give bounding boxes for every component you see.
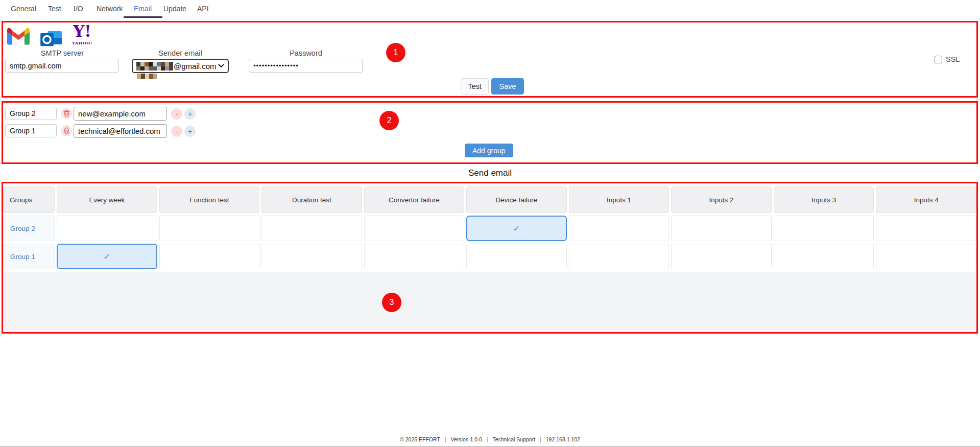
trash-icon <box>63 127 70 134</box>
schedule-cell[interactable] <box>876 244 976 269</box>
schedule-table: Groups Every week Function test Duration… <box>3 186 976 269</box>
redacted-email-mosaic <box>136 62 173 70</box>
nav-tab-update[interactable]: Update <box>163 5 186 13</box>
column-header-inputs-3: Inputs 3 <box>774 186 874 213</box>
nav-tab-test[interactable]: Test <box>48 5 61 13</box>
password-label: Password <box>247 49 365 57</box>
footer-ip-address: 192.168.1.102 <box>546 436 580 442</box>
ssl-option: SSL <box>935 55 960 63</box>
nav-tab-general[interactable]: General <box>11 5 36 13</box>
add-email-button[interactable]: + <box>184 108 196 120</box>
schedule-cell[interactable] <box>569 216 670 241</box>
send-email-section: Groups Every week Function test Duration… <box>2 182 978 334</box>
group-row: - + <box>3 107 976 121</box>
column-header-function-test: Function test <box>159 186 260 213</box>
footer-version: Version 1.0.0 <box>451 436 482 442</box>
ssl-checkbox[interactable] <box>935 56 942 63</box>
group-email-input[interactable] <box>74 124 167 138</box>
remove-email-button[interactable]: - <box>171 126 182 137</box>
remove-email-button[interactable]: - <box>171 108 182 120</box>
outlook-icon[interactable] <box>40 30 63 49</box>
footer-separator: | <box>445 436 446 442</box>
column-header-duration-test: Duration test <box>261 186 362 213</box>
schedule-cell[interactable] <box>57 216 157 241</box>
schedule-cell[interactable] <box>364 216 465 241</box>
schedule-cell-group1-every-week[interactable]: ✓ <box>57 244 157 269</box>
add-email-button[interactable]: + <box>184 126 196 137</box>
gmail-icon[interactable] <box>7 28 30 45</box>
delete-group-button[interactable] <box>61 125 72 136</box>
chevron-down-icon <box>218 64 224 68</box>
column-header-inputs-1: Inputs 1 <box>569 186 670 213</box>
sender-email-label: Sender email <box>131 49 230 57</box>
schedule-cell[interactable] <box>261 216 362 241</box>
schedule-cell[interactable] <box>671 244 772 269</box>
email-groups-section: - + - + Add group 2 <box>2 101 978 164</box>
redaction-overlay-fragment <box>137 74 157 79</box>
column-header-every-week: Every week <box>57 186 157 213</box>
main-tabs: General Test I/O Network Email Update AP… <box>0 0 980 19</box>
column-header-inputs-4: Inputs 4 <box>876 186 976 213</box>
schedule-cell[interactable] <box>569 244 670 269</box>
schedule-cell[interactable] <box>774 216 874 241</box>
email-settings-page: General Test I/O Network Email Update AP… <box>0 0 980 447</box>
footer-separator: | <box>540 436 541 442</box>
schedule-cell[interactable] <box>159 216 260 241</box>
annotation-badge-1: 1 <box>386 43 405 62</box>
schedule-cell[interactable] <box>671 216 772 241</box>
footer: © 2025 EFFORT|Version 1.0.0|Technical Su… <box>0 436 980 447</box>
schedule-cell-group2-device-failure[interactable]: ✓ <box>466 216 567 241</box>
column-header-device-failure: Device failure <box>466 186 567 213</box>
schedule-cell[interactable] <box>774 244 874 269</box>
footer-separator: | <box>487 436 488 442</box>
annotation-badge-3: 3 <box>382 293 401 312</box>
schedule-cell[interactable] <box>364 244 465 269</box>
column-header-inputs-2: Inputs 2 <box>671 186 772 213</box>
footer-technical-support-link[interactable]: Technical Support <box>493 436 535 442</box>
yahoo-logo-subtext: YAHOO! <box>68 40 96 45</box>
column-header-convertor-failure: Convertor failure <box>364 186 465 213</box>
nav-tab-api[interactable]: API <box>197 5 209 13</box>
nav-tab-io[interactable]: I/O <box>74 5 83 13</box>
delete-group-button[interactable] <box>61 108 72 119</box>
yahoo-logo-text: Y! <box>68 22 96 40</box>
group-name-input[interactable] <box>5 107 57 120</box>
send-email-title: Send email <box>0 168 980 178</box>
nav-tab-email[interactable]: Email <box>134 5 152 13</box>
row-label-group-1[interactable]: Group 1 <box>3 244 55 269</box>
row-label-group-2[interactable]: Group 2 <box>3 216 55 241</box>
smtp-settings-section: Y! YAHOO! SMTP server Sender email Passw… <box>2 21 978 98</box>
test-button[interactable]: Test <box>461 78 489 95</box>
trash-icon <box>63 110 70 117</box>
add-group-button[interactable]: Add group <box>465 144 513 157</box>
group-row: - + <box>3 124 976 138</box>
column-header-groups: Groups <box>3 186 55 213</box>
nav-tab-network[interactable]: Network <box>97 5 123 13</box>
schedule-cell[interactable] <box>876 216 976 241</box>
sender-email-visible-text: @gmail.com <box>174 62 217 70</box>
footer-copyright: © 2025 EFFORT <box>400 436 440 442</box>
password-input[interactable] <box>249 59 363 73</box>
smtp-server-input[interactable] <box>5 59 119 73</box>
group-email-input[interactable] <box>74 107 167 121</box>
schedule-cell[interactable] <box>159 244 260 269</box>
schedule-cell[interactable] <box>466 244 567 269</box>
sender-email-select[interactable]: @gmail.com <box>132 59 229 73</box>
annotation-badge-2: 2 <box>379 111 399 130</box>
table-background-area <box>3 272 976 332</box>
save-button[interactable]: Save <box>491 78 524 95</box>
ssl-label: SSL <box>946 55 960 63</box>
group-name-input[interactable] <box>5 124 57 137</box>
smtp-server-label: SMTP server <box>3 49 122 57</box>
schedule-cell[interactable] <box>261 244 362 269</box>
